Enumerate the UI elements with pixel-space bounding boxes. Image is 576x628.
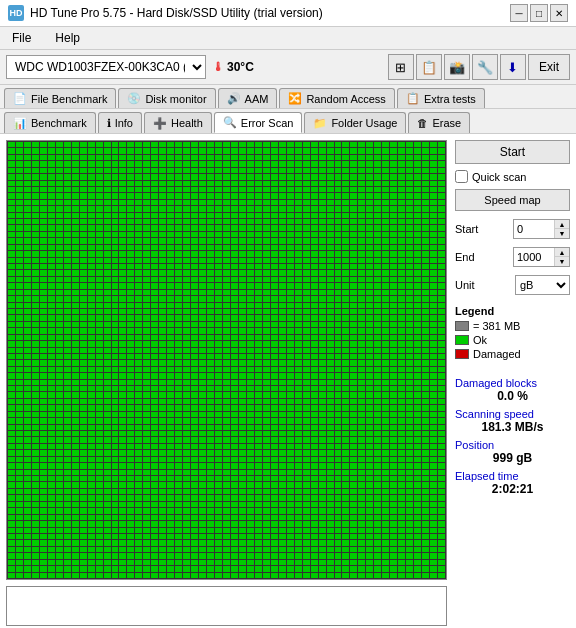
tab-file-benchmark[interactable]: 📄 File Benchmark [4,88,116,108]
grid-cell [223,142,230,147]
grid-cell [239,296,246,301]
scan-grid-container [6,140,447,580]
grid-cell [406,573,413,578]
grid-cell [390,540,397,545]
quick-scan-label[interactable]: Quick scan [472,171,526,183]
grid-cell [390,219,397,224]
grid-cell [303,482,310,487]
exit-button[interactable]: Exit [528,54,570,80]
grid-cell [342,463,349,468]
grid-cell [335,560,342,565]
grid-cell [183,174,190,179]
grid-cell [88,489,95,494]
grid-cell [199,251,206,256]
end-input[interactable] [514,248,554,266]
grid-cell [390,450,397,455]
legend-item-damaged: Damaged [455,348,570,360]
grid-cell [342,341,349,346]
toolbar-icon-1[interactable]: ⊞ [388,54,414,80]
grid-cell [151,193,158,198]
grid-cell [263,270,270,275]
end-spin-up[interactable]: ▲ [555,248,569,257]
maximize-button[interactable]: □ [530,4,548,22]
grid-cell [255,373,262,378]
start-spin-down[interactable]: ▼ [555,229,569,238]
grid-cell [159,174,166,179]
menu-file[interactable]: File [8,29,35,47]
grid-cell [8,534,15,539]
grid-cell [56,354,63,359]
grid-cell [239,380,246,385]
grid-cell [422,392,429,397]
grid-cell [327,528,334,533]
tab-error-scan[interactable]: 🔍 Error Scan [214,112,303,133]
speed-map-button[interactable]: Speed map [455,189,570,211]
grid-cell [263,354,270,359]
grid-cell [239,309,246,314]
grid-cell [422,187,429,192]
grid-cell [231,457,238,462]
grid-cell [327,341,334,346]
grid-cell [167,489,174,494]
tab-info[interactable]: ℹ Info [98,112,142,133]
grid-cell [311,200,318,205]
tab-erase[interactable]: 🗑 Erase [408,112,470,133]
grid-cell [88,219,95,224]
grid-cell [358,168,365,173]
tab-benchmark[interactable]: 📊 Benchmark [4,112,96,133]
grid-cell [104,367,111,372]
toolbar-icon-3[interactable]: 📸 [444,54,470,80]
unit-selector[interactable]: gB MB [515,275,570,295]
start-input[interactable] [514,220,554,238]
toolbar-icon-5[interactable]: ⬇ [500,54,526,80]
tab-extra-tests[interactable]: 📋 Extra tests [397,88,485,108]
grid-cell [263,181,270,186]
grid-cell [295,444,302,449]
grid-cell [215,206,222,211]
grid-cell [263,322,270,327]
grid-cell [223,283,230,288]
grid-cell [24,168,31,173]
grid-cell [207,264,214,269]
grid-cell [366,232,373,237]
toolbar-icon-2[interactable]: 📋 [416,54,442,80]
end-spin-down[interactable]: ▼ [555,257,569,266]
grid-cell [422,495,429,500]
grid-cell [350,418,357,423]
tab-aam[interactable]: 🔊 AAM [218,88,278,108]
grid-cell [374,309,381,314]
grid-cell [191,168,198,173]
grid-cell [56,315,63,320]
toolbar-icon-4[interactable]: 🔧 [472,54,498,80]
menu-help[interactable]: Help [51,29,84,47]
grid-cell [96,181,103,186]
grid-cell [422,148,429,153]
grid-cell [295,431,302,436]
grid-cell [175,225,182,230]
grid-cell [358,335,365,340]
grid-cell [366,425,373,430]
start-button[interactable]: Start [455,140,570,164]
grid-cell [287,540,294,545]
grid-cell [167,476,174,481]
tab-folder-usage[interactable]: 📁 Folder Usage [304,112,406,133]
grid-cell [358,444,365,449]
aam-icon: 🔊 [227,92,241,105]
tab-disk-monitor[interactable]: 💿 Disk monitor [118,88,215,108]
close-button[interactable]: ✕ [550,4,568,22]
disk-selector[interactable]: WDC WD1003FZEX-00K3CA0 (1000 gB) [6,55,206,79]
grid-cell [398,470,405,475]
start-spin-up[interactable]: ▲ [555,220,569,229]
grid-cell [80,206,87,211]
grid-cell [279,425,286,430]
grid-cell [327,399,334,404]
quick-scan-checkbox[interactable] [455,170,468,183]
grid-cell [247,174,254,179]
minimize-button[interactable]: ─ [510,4,528,22]
tab-health[interactable]: ➕ Health [144,112,212,133]
grid-cell [8,219,15,224]
grid-cell [16,155,23,160]
grid-cell [382,296,389,301]
grid-cell [414,283,421,288]
tab-random-access[interactable]: 🔀 Random Access [279,88,394,108]
